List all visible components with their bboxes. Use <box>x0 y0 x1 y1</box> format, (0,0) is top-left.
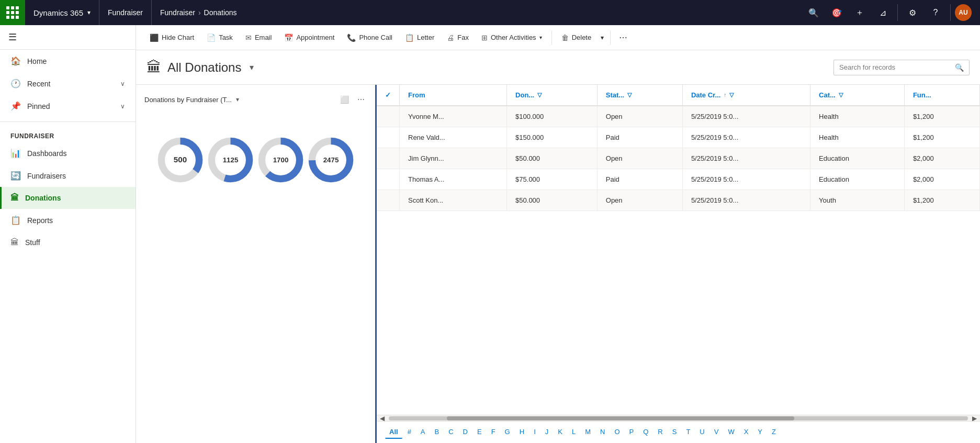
chart-title-chevron[interactable]: ▾ <box>236 96 239 103</box>
brand-name[interactable]: Dynamics 365 ▾ <box>25 0 99 25</box>
gear-icon[interactable]: ⚙ <box>902 2 923 23</box>
pagination-item[interactable]: P <box>625 426 638 439</box>
date-sort-icon[interactable]: ↑ <box>724 92 726 98</box>
pagination-item[interactable]: K <box>554 426 567 439</box>
table-row[interactable]: Jim Glynn... $50.000 Open 5/25/2019 5:0.… <box>377 148 980 169</box>
col-from[interactable]: From <box>400 85 507 106</box>
table-row[interactable]: Yvonne M... $100.000 Open 5/25/2019 5:0.… <box>377 106 980 127</box>
hamburger-menu[interactable]: ☰ <box>0 25 136 50</box>
pagination-item[interactable]: T <box>682 426 694 439</box>
sidebar-item-donations[interactable]: 🏛 Donations <box>0 187 136 209</box>
category-filter-icon[interactable]: ▽ <box>839 92 843 98</box>
row-check[interactable] <box>377 106 400 127</box>
pagination-item[interactable]: O <box>610 426 624 439</box>
brand-chevron[interactable]: ▾ <box>87 9 91 16</box>
row-check[interactable] <box>377 190 400 211</box>
col-date[interactable]: Date Cr... ↑ ▽ <box>682 85 810 106</box>
user-avatar[interactable]: AU <box>955 4 972 21</box>
sidebar-item-pinned[interactable]: 📌 Pinned ∨ <box>0 95 136 117</box>
date-filter-icon[interactable]: ▽ <box>729 92 734 98</box>
pagination-item[interactable]: L <box>568 426 580 439</box>
sidebar-divider <box>0 121 136 122</box>
chart-expand-icon[interactable]: ⬜ <box>338 93 351 106</box>
sidebar-item-dashboards[interactable]: 📊 Dashboards <box>0 142 136 164</box>
appointment-button[interactable]: 📅 Appointment <box>279 30 340 45</box>
pagination-item[interactable]: X <box>740 426 753 439</box>
sidebar-item-recent[interactable]: 🕐 Recent ∨ <box>0 72 136 95</box>
add-icon[interactable]: ＋ <box>849 2 870 23</box>
table-row[interactable]: Rene Vald... $150.000 Paid 5/25/2019 5:0… <box>377 127 980 148</box>
pagination-item[interactable]: R <box>654 426 667 439</box>
sidebar-item-reports[interactable]: 📋 Reports <box>0 209 136 231</box>
row-check[interactable] <box>377 127 400 148</box>
letter-button[interactable]: 📋 Letter <box>400 30 440 45</box>
row-check[interactable] <box>377 148 400 169</box>
toolbar-more-button[interactable]: ⋯ <box>615 29 632 46</box>
sidebar-item-home[interactable]: 🏠 Home <box>0 50 136 72</box>
pagination-item[interactable]: S <box>668 426 681 439</box>
pagination-item[interactable]: Z <box>768 426 780 439</box>
pagination-item[interactable]: D <box>459 426 472 439</box>
pagination-item[interactable]: C <box>444 426 457 439</box>
pagination-item[interactable]: E <box>473 426 486 439</box>
pagination-item[interactable]: J <box>541 426 553 439</box>
delete-dropdown-button[interactable]: ▾ <box>599 31 606 45</box>
pagination-item[interactable]: Q <box>639 426 652 439</box>
delete-button[interactable]: 🗑 Delete <box>556 30 597 45</box>
row-fundraiser: $1,200 <box>904 106 979 127</box>
sidebar-item-stuff[interactable]: 🏛 Stuff <box>0 231 136 253</box>
other-activities-button[interactable]: ⊞ Other Activities ▾ <box>476 30 547 45</box>
pagination-item[interactable]: B <box>431 426 444 439</box>
search-input[interactable] <box>839 63 951 71</box>
breadcrumb-fundraiser[interactable]: Fundraiser <box>160 8 195 17</box>
pagination-item[interactable]: # <box>403 426 415 439</box>
pagination-item[interactable]: H <box>515 426 528 439</box>
donation-filter-icon[interactable]: ▽ <box>537 92 542 98</box>
col-fundraiser[interactable]: Fun... <box>904 85 979 106</box>
sidebar-item-fundraisers[interactable]: 🔄 Fundraisers <box>0 164 136 187</box>
chevron-down-icon: ∨ <box>120 80 125 87</box>
app-name[interactable]: Fundraiser <box>99 0 152 25</box>
waffle-menu[interactable] <box>0 0 25 25</box>
split-content: Donations by Fundraiser (T... ▾ ⬜ ⋯ <box>136 85 980 443</box>
settings-icon[interactable]: 🎯 <box>826 2 847 23</box>
pagination-item[interactable]: V <box>710 426 723 439</box>
search-icon[interactable]: 🔍 <box>803 2 824 23</box>
task-button[interactable]: 📄 Task <box>201 30 238 45</box>
page-title-chevron[interactable]: ▾ <box>250 62 254 72</box>
chart-more-icon[interactable]: ⋯ <box>355 93 367 106</box>
pagination-item[interactable]: N <box>596 426 609 439</box>
table-row[interactable]: Scott Kon... $50.000 Open 5/25/2019 5:0.… <box>377 190 980 211</box>
table-scroll[interactable]: ✓ From Don... ▽ <box>377 85 980 415</box>
col-donation[interactable]: Don... ▽ <box>507 85 598 106</box>
filter-icon[interactable]: ⊿ <box>872 2 893 23</box>
pagination-item[interactable]: Y <box>753 426 767 439</box>
phone-call-button[interactable]: 📞 Phone Call <box>342 30 398 45</box>
table-row[interactable]: Thomas A... $75.000 Paid 5/25/2019 5:0..… <box>377 169 980 190</box>
col-status[interactable]: Stat... ▽ <box>597 85 682 106</box>
col-category[interactable]: Cat... ▽ <box>810 85 905 106</box>
pagination-item[interactable]: I <box>530 426 540 439</box>
pagination-item[interactable]: G <box>501 426 514 439</box>
row-check[interactable] <box>377 169 400 190</box>
search-box[interactable]: 🔍 <box>833 60 970 75</box>
pagination-item[interactable]: W <box>724 426 738 439</box>
letter-label: Letter <box>417 34 434 41</box>
help-icon[interactable]: ? <box>925 2 946 23</box>
appointment-icon: 📅 <box>284 34 293 42</box>
row-status: Open <box>597 106 682 127</box>
email-button[interactable]: ✉ Email <box>240 30 277 45</box>
pagination-item[interactable]: F <box>487 426 500 439</box>
hide-chart-button[interactable]: ⬛ Hide Chart <box>144 30 199 45</box>
status-filter-icon[interactable]: ▽ <box>627 92 632 98</box>
page-title-icon: 🏛 <box>147 59 161 76</box>
fax-button[interactable]: 🖨 Fax <box>442 30 474 45</box>
sidebar-item-label: Home <box>27 57 47 65</box>
pagination-item[interactable]: M <box>581 426 595 439</box>
col-check[interactable]: ✓ <box>377 85 400 106</box>
scroll-track[interactable] <box>389 416 968 420</box>
pagination-item[interactable]: All <box>385 426 402 439</box>
pagination-item[interactable]: U <box>695 426 708 439</box>
horizontal-scrollbar[interactable]: ◀ ▶ <box>377 415 980 421</box>
pagination-item[interactable]: A <box>416 426 430 439</box>
